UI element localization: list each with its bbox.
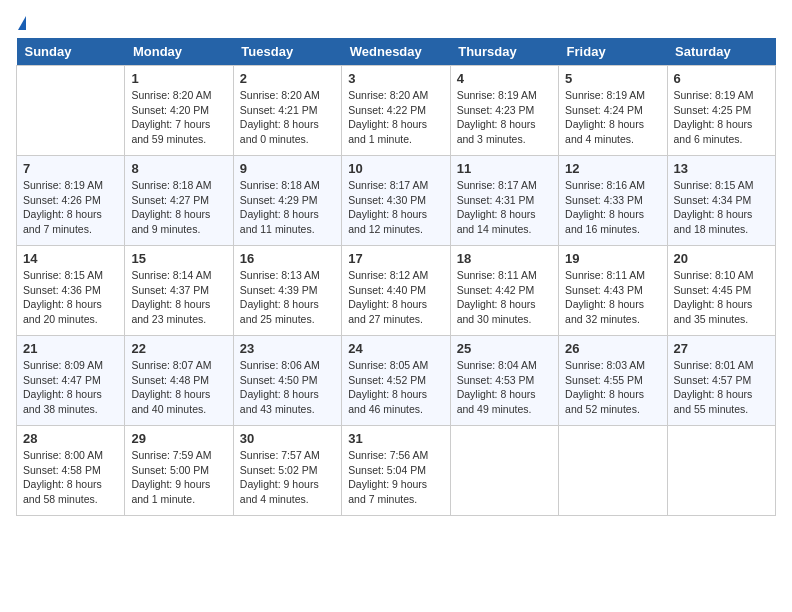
calendar-cell: 5Sunrise: 8:19 AMSunset: 4:24 PMDaylight… [559, 66, 667, 156]
week-row-2: 7Sunrise: 8:19 AMSunset: 4:26 PMDaylight… [17, 156, 776, 246]
calendar-cell: 28Sunrise: 8:00 AMSunset: 4:58 PMDayligh… [17, 426, 125, 516]
day-number: 21 [23, 341, 118, 356]
day-info: Sunrise: 8:16 AMSunset: 4:33 PMDaylight:… [565, 178, 660, 237]
day-info: Sunrise: 8:05 AMSunset: 4:52 PMDaylight:… [348, 358, 443, 417]
day-number: 4 [457, 71, 552, 86]
day-number: 31 [348, 431, 443, 446]
week-row-5: 28Sunrise: 8:00 AMSunset: 4:58 PMDayligh… [17, 426, 776, 516]
day-info: Sunrise: 8:14 AMSunset: 4:37 PMDaylight:… [131, 268, 226, 327]
day-info: Sunrise: 7:59 AMSunset: 5:00 PMDaylight:… [131, 448, 226, 507]
calendar-cell: 26Sunrise: 8:03 AMSunset: 4:55 PMDayligh… [559, 336, 667, 426]
calendar-cell: 19Sunrise: 8:11 AMSunset: 4:43 PMDayligh… [559, 246, 667, 336]
day-info: Sunrise: 8:15 AMSunset: 4:34 PMDaylight:… [674, 178, 769, 237]
day-number: 6 [674, 71, 769, 86]
day-header-tuesday: Tuesday [233, 38, 341, 66]
day-info: Sunrise: 8:00 AMSunset: 4:58 PMDaylight:… [23, 448, 118, 507]
day-info: Sunrise: 8:06 AMSunset: 4:50 PMDaylight:… [240, 358, 335, 417]
day-info: Sunrise: 8:15 AMSunset: 4:36 PMDaylight:… [23, 268, 118, 327]
calendar-cell: 25Sunrise: 8:04 AMSunset: 4:53 PMDayligh… [450, 336, 558, 426]
day-info: Sunrise: 8:19 AMSunset: 4:25 PMDaylight:… [674, 88, 769, 147]
day-info: Sunrise: 8:12 AMSunset: 4:40 PMDaylight:… [348, 268, 443, 327]
calendar-cell: 17Sunrise: 8:12 AMSunset: 4:40 PMDayligh… [342, 246, 450, 336]
calendar-cell: 21Sunrise: 8:09 AMSunset: 4:47 PMDayligh… [17, 336, 125, 426]
calendar-cell: 13Sunrise: 8:15 AMSunset: 4:34 PMDayligh… [667, 156, 775, 246]
day-header-thursday: Thursday [450, 38, 558, 66]
day-number: 2 [240, 71, 335, 86]
day-info: Sunrise: 8:11 AMSunset: 4:42 PMDaylight:… [457, 268, 552, 327]
calendar-cell: 1Sunrise: 8:20 AMSunset: 4:20 PMDaylight… [125, 66, 233, 156]
week-row-3: 14Sunrise: 8:15 AMSunset: 4:36 PMDayligh… [17, 246, 776, 336]
day-info: Sunrise: 8:07 AMSunset: 4:48 PMDaylight:… [131, 358, 226, 417]
day-info: Sunrise: 8:18 AMSunset: 4:27 PMDaylight:… [131, 178, 226, 237]
day-number: 16 [240, 251, 335, 266]
day-info: Sunrise: 8:01 AMSunset: 4:57 PMDaylight:… [674, 358, 769, 417]
calendar-cell: 10Sunrise: 8:17 AMSunset: 4:30 PMDayligh… [342, 156, 450, 246]
calendar-cell: 23Sunrise: 8:06 AMSunset: 4:50 PMDayligh… [233, 336, 341, 426]
day-number: 8 [131, 161, 226, 176]
day-number: 15 [131, 251, 226, 266]
day-info: Sunrise: 7:57 AMSunset: 5:02 PMDaylight:… [240, 448, 335, 507]
day-info: Sunrise: 8:20 AMSunset: 4:21 PMDaylight:… [240, 88, 335, 147]
day-number: 20 [674, 251, 769, 266]
day-number: 29 [131, 431, 226, 446]
header-row: SundayMondayTuesdayWednesdayThursdayFrid… [17, 38, 776, 66]
day-number: 30 [240, 431, 335, 446]
day-number: 24 [348, 341, 443, 356]
calendar-cell: 6Sunrise: 8:19 AMSunset: 4:25 PMDaylight… [667, 66, 775, 156]
calendar-cell [17, 66, 125, 156]
day-number: 10 [348, 161, 443, 176]
logo-icon [18, 16, 26, 30]
calendar-cell: 22Sunrise: 8:07 AMSunset: 4:48 PMDayligh… [125, 336, 233, 426]
calendar-cell: 27Sunrise: 8:01 AMSunset: 4:57 PMDayligh… [667, 336, 775, 426]
calendar-cell: 16Sunrise: 8:13 AMSunset: 4:39 PMDayligh… [233, 246, 341, 336]
day-info: Sunrise: 8:17 AMSunset: 4:30 PMDaylight:… [348, 178, 443, 237]
calendar-cell [667, 426, 775, 516]
day-number: 27 [674, 341, 769, 356]
page-header [16, 16, 776, 30]
calendar-cell [559, 426, 667, 516]
day-number: 22 [131, 341, 226, 356]
day-info: Sunrise: 8:20 AMSunset: 4:20 PMDaylight:… [131, 88, 226, 147]
day-number: 23 [240, 341, 335, 356]
day-number: 25 [457, 341, 552, 356]
calendar-cell [450, 426, 558, 516]
calendar-cell: 15Sunrise: 8:14 AMSunset: 4:37 PMDayligh… [125, 246, 233, 336]
calendar-cell: 9Sunrise: 8:18 AMSunset: 4:29 PMDaylight… [233, 156, 341, 246]
day-header-friday: Friday [559, 38, 667, 66]
day-info: Sunrise: 8:20 AMSunset: 4:22 PMDaylight:… [348, 88, 443, 147]
calendar-cell: 8Sunrise: 8:18 AMSunset: 4:27 PMDaylight… [125, 156, 233, 246]
day-info: Sunrise: 8:11 AMSunset: 4:43 PMDaylight:… [565, 268, 660, 327]
day-info: Sunrise: 8:04 AMSunset: 4:53 PMDaylight:… [457, 358, 552, 417]
day-info: Sunrise: 8:10 AMSunset: 4:45 PMDaylight:… [674, 268, 769, 327]
logo [16, 16, 26, 30]
day-header-saturday: Saturday [667, 38, 775, 66]
calendar-cell: 29Sunrise: 7:59 AMSunset: 5:00 PMDayligh… [125, 426, 233, 516]
day-number: 5 [565, 71, 660, 86]
day-info: Sunrise: 8:03 AMSunset: 4:55 PMDaylight:… [565, 358, 660, 417]
day-number: 11 [457, 161, 552, 176]
day-number: 12 [565, 161, 660, 176]
day-info: Sunrise: 8:19 AMSunset: 4:23 PMDaylight:… [457, 88, 552, 147]
calendar-cell: 4Sunrise: 8:19 AMSunset: 4:23 PMDaylight… [450, 66, 558, 156]
day-header-wednesday: Wednesday [342, 38, 450, 66]
day-header-monday: Monday [125, 38, 233, 66]
day-number: 9 [240, 161, 335, 176]
day-number: 1 [131, 71, 226, 86]
calendar-cell: 31Sunrise: 7:56 AMSunset: 5:04 PMDayligh… [342, 426, 450, 516]
calendar-cell: 12Sunrise: 8:16 AMSunset: 4:33 PMDayligh… [559, 156, 667, 246]
day-number: 3 [348, 71, 443, 86]
day-number: 28 [23, 431, 118, 446]
day-info: Sunrise: 8:19 AMSunset: 4:24 PMDaylight:… [565, 88, 660, 147]
day-header-sunday: Sunday [17, 38, 125, 66]
day-number: 13 [674, 161, 769, 176]
day-info: Sunrise: 8:13 AMSunset: 4:39 PMDaylight:… [240, 268, 335, 327]
day-number: 7 [23, 161, 118, 176]
day-number: 17 [348, 251, 443, 266]
calendar-cell: 14Sunrise: 8:15 AMSunset: 4:36 PMDayligh… [17, 246, 125, 336]
calendar-table: SundayMondayTuesdayWednesdayThursdayFrid… [16, 38, 776, 516]
day-number: 14 [23, 251, 118, 266]
calendar-cell: 3Sunrise: 8:20 AMSunset: 4:22 PMDaylight… [342, 66, 450, 156]
day-info: Sunrise: 8:17 AMSunset: 4:31 PMDaylight:… [457, 178, 552, 237]
day-number: 26 [565, 341, 660, 356]
calendar-cell: 7Sunrise: 8:19 AMSunset: 4:26 PMDaylight… [17, 156, 125, 246]
